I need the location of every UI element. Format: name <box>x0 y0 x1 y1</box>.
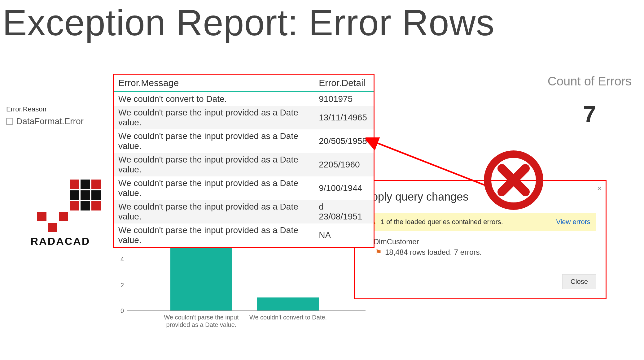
col-header-detail[interactable]: Error.Detail <box>314 75 374 92</box>
query-status: ⚑ 18,484 rows loaded. 7 errors. <box>375 248 596 257</box>
table-row[interactable]: We couldn't parse the input provided as … <box>114 200 374 223</box>
count-value: 7 <box>548 101 632 128</box>
dialog-title: Apply query changes <box>364 190 596 203</box>
view-errors-link[interactable]: View errors <box>556 218 590 226</box>
count-of-errors-card: Count of Errors 7 <box>548 74 632 128</box>
close-icon[interactable]: × <box>597 184 602 193</box>
col-header-message[interactable]: Error.Message <box>114 75 314 92</box>
report-page: Exception Report: Error Rows Error.Reaso… <box>0 0 644 360</box>
slicer-item-text: DataFormat.Error <box>16 116 84 126</box>
radacad-logo: RADACAD <box>20 180 101 247</box>
table-row[interactable]: We couldn't convert to Date.9101975 <box>114 92 374 106</box>
query-status-text: 18,484 rows loaded. 7 errors. <box>385 248 482 257</box>
table-row[interactable]: We couldn't parse the input provided as … <box>114 106 374 129</box>
close-button[interactable]: Close <box>562 274 596 289</box>
bar-label: We couldn't convert to Date. <box>248 314 328 321</box>
error-table[interactable]: Error.Message Error.Detail We couldn't c… <box>113 74 375 248</box>
bar-convert-error[interactable] <box>257 297 319 310</box>
slicer-item-dataformat-error[interactable]: DataFormat.Error <box>6 116 84 126</box>
slicer-label: Error.Reason <box>6 105 84 113</box>
count-title: Count of Errors <box>548 74 632 88</box>
table-row[interactable]: We couldn't parse the input provided as … <box>114 129 374 153</box>
bar-label: We couldn't parse the input provided as … <box>161 314 242 328</box>
query-item-dimcustomer[interactable]: ✓ DimCustomer <box>364 237 596 246</box>
y-tick: 2 <box>113 282 124 289</box>
query-name: DimCustomer <box>374 237 419 246</box>
error-reason-slicer[interactable]: Error.Reason DataFormat.Error <box>6 105 84 126</box>
table-row[interactable]: We couldn't parse the input provided as … <box>114 153 374 176</box>
page-title: Exception Report: Error Rows <box>2 2 495 44</box>
apply-query-changes-dialog: × Apply query changes ▲ 1 of the loaded … <box>354 180 607 299</box>
y-tick: 4 <box>113 256 124 263</box>
warning-text: 1 of the loaded queries contained errors… <box>381 218 503 226</box>
checkbox-icon[interactable] <box>6 118 13 125</box>
table-row[interactable]: We couldn't parse the input provided as … <box>114 176 374 200</box>
y-tick: 0 <box>113 307 124 314</box>
table-row[interactable]: We couldn't parse the input provided as … <box>114 223 374 247</box>
flag-icon: ⚑ <box>375 248 382 257</box>
warning-bar: ▲ 1 of the loaded queries contained erro… <box>364 213 596 231</box>
logo-text: RADACAD <box>20 235 101 247</box>
